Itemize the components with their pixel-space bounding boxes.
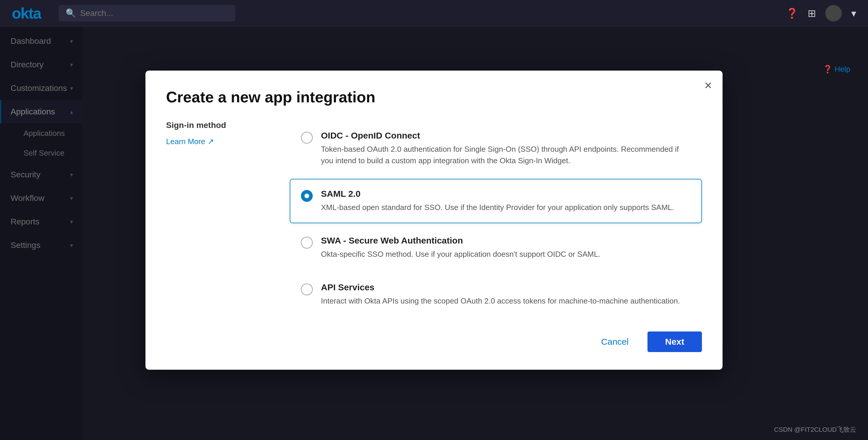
modal-left-panel: Sign-in method Learn More ↗ [166,121,266,317]
option-saml[interactable]: SAML 2.0 XML-based open standard for SSO… [290,179,702,223]
option-swa[interactable]: SWA - Secure Web Authentication Okta-spe… [290,226,702,270]
search-icon: 🔍 [66,8,76,18]
search-input[interactable] [80,8,228,18]
modal-footer: Cancel Next [166,332,702,352]
sign-in-method-label: Sign-in method [166,121,266,130]
option-saml-content: SAML 2.0 XML-based open standard for SSO… [321,189,674,213]
help-button[interactable]: ❓ Help [823,65,850,74]
option-oidc[interactable]: OIDC - OpenID Connect Token-based OAuth … [290,121,702,176]
modal-title: Create a new app integration [166,88,702,106]
radio-oidc[interactable] [301,132,313,143]
option-saml-title: SAML 2.0 [321,189,674,199]
radio-swa[interactable] [301,237,313,248]
next-button[interactable]: Next [648,332,702,352]
option-swa-content: SWA - Secure Web Authentication Okta-spe… [321,236,600,260]
option-api-title: API Services [321,282,680,292]
radio-saml[interactable] [301,190,313,202]
option-swa-title: SWA - Secure Web Authentication [321,236,600,246]
option-saml-desc: XML-based open standard for SSO. Use if … [321,202,674,213]
help-circle-icon: ❓ [823,65,832,74]
topbar: okta 🔍 ❓ ⊞ ▾ [0,0,868,27]
chevron-down-icon[interactable]: ▾ [851,7,856,19]
modal-body: Sign-in method Learn More ↗ OIDC - OpenI… [166,121,702,317]
option-api-content: API Services Interact with Okta APIs usi… [321,282,680,307]
radio-api[interactable] [301,283,313,295]
option-api-desc: Interact with Okta APIs using the scoped… [321,295,680,307]
option-oidc-desc: Token-based OAuth 2.0 authentication for… [321,143,691,166]
watermark: CSDN @FIT2CLOUD飞致云 [774,425,856,434]
grid-icon[interactable]: ⊞ [808,7,816,19]
option-swa-desc: Okta-specific SSO method. Use if your ap… [321,248,600,260]
topbar-right: ❓ ⊞ ▾ [786,5,856,22]
modal-options: OIDC - OpenID Connect Token-based OAuth … [290,121,702,317]
learn-more-label: Learn More [166,137,205,146]
search-bar[interactable]: 🔍 [59,5,235,22]
option-oidc-content: OIDC - OpenID Connect Token-based OAuth … [321,131,691,166]
option-oidc-title: OIDC - OpenID Connect [321,131,691,141]
create-app-integration-modal: × Create a new app integration Sign-in m… [146,71,722,370]
user-avatar[interactable] [825,5,842,22]
help-icon[interactable]: ❓ [786,7,798,19]
external-link-icon: ↗ [208,137,214,146]
option-api[interactable]: API Services Interact with Okta APIs usi… [290,272,702,317]
close-button[interactable]: × [704,79,712,92]
help-label: Help [835,65,850,74]
cancel-button[interactable]: Cancel [592,332,638,351]
okta-logo: okta [12,4,41,22]
learn-more-link[interactable]: Learn More ↗ [166,137,266,146]
